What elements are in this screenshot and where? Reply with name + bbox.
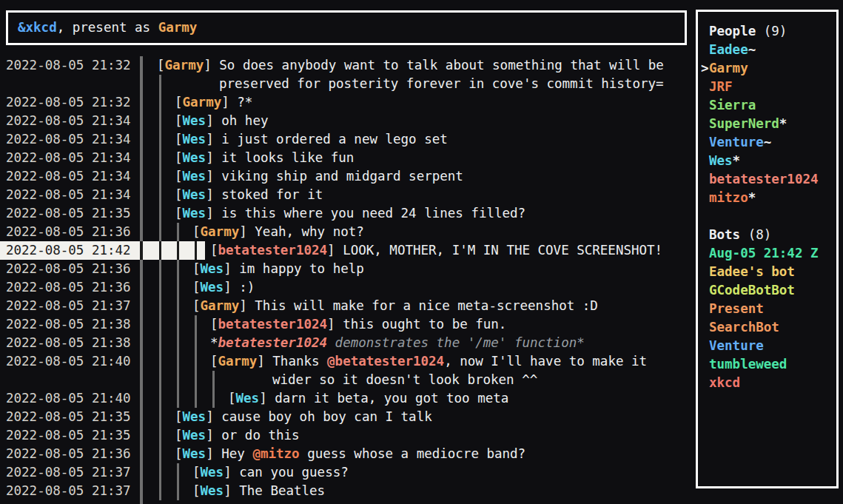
chat-row[interactable]: 2022-08-05 21:36[Wes] Hey @mitzo guess w… xyxy=(0,445,694,463)
bots-count: (8) xyxy=(748,227,772,242)
user-list-item[interactable]: Eadee~ xyxy=(709,41,836,59)
bracket-text: [ xyxy=(228,391,236,406)
nick: Wes xyxy=(183,187,206,202)
chat-row[interactable]: 2022-08-05 21:35[Wes] or do this xyxy=(0,426,694,445)
user-list-item[interactable]: Venture~ xyxy=(709,133,836,152)
chat-row[interactable]: 2022-08-05 21:40[Wes] darn it beta, you … xyxy=(0,389,694,408)
user-list-item[interactable]: tumbleweed xyxy=(709,355,836,374)
user-list-item[interactable]: GCodeBotBot xyxy=(709,281,836,300)
nick: Wes xyxy=(183,446,206,461)
bracket-text: [ xyxy=(192,465,201,480)
chat-row[interactable]: 2022-08-05 21:35[Wes] cause boy oh boy c… xyxy=(0,408,694,426)
chat-row[interactable]: wider so it doesn't look broken ^^ xyxy=(0,371,694,389)
thread-indent-bar xyxy=(177,260,179,278)
chat-row[interactable]: 2022-08-05 21:37[Garmy] This will make f… xyxy=(0,297,694,315)
message-continuation: wider so it doesn't look broken ^^ xyxy=(143,371,537,389)
bracket-text: ] xyxy=(259,391,275,406)
thread-indent-bar xyxy=(195,241,197,260)
message-text: This will make for a nice meta-screensho… xyxy=(255,298,598,313)
chat-row[interactable]: 2022-08-05 21:34[Wes] it looks like fun xyxy=(0,149,694,167)
message-body: [Wes] oh hey xyxy=(143,112,268,130)
thread-indent-bar xyxy=(159,297,161,315)
message-body: *betatester1024 demonstrates the '/me' f… xyxy=(143,334,585,352)
message-text: can you guess? xyxy=(239,465,349,480)
thread-indent-bar xyxy=(195,371,197,389)
nick: Wes xyxy=(201,261,224,276)
chat-row[interactable]: 2022-08-05 21:34[Wes] viking ship and mi… xyxy=(0,167,694,186)
chat-row[interactable]: 2022-08-05 21:38[betatester1024] this ou… xyxy=(0,315,694,334)
bracket-text: ] xyxy=(221,95,237,110)
bracket-text: [ xyxy=(192,280,201,295)
chat-row[interactable]: 2022-08-05 21:37[Wes] The Beatles xyxy=(0,482,694,500)
bracket-text: ] xyxy=(206,150,221,165)
thread-indent-bar xyxy=(159,315,161,334)
chat-row[interactable]: 2022-08-05 21:36[Wes] im happy to help xyxy=(0,260,694,278)
chat-row[interactable]: 2022-08-05 21:32[Garmy] So does anybody … xyxy=(0,56,694,75)
user-list-item[interactable]: SearchBot xyxy=(709,318,836,337)
chat-row[interactable]: 2022-08-05 21:40[Garmy] Thanks @betatest… xyxy=(0,352,694,371)
bracket-text: ] xyxy=(206,113,221,128)
nick: Garmy xyxy=(201,224,240,239)
chat-row[interactable]: 2022-08-05 21:36[Wes] :) xyxy=(0,278,694,297)
chat-row[interactable]: 2022-08-05 21:32[Garmy] ?* xyxy=(0,93,694,112)
thread-indent-bar xyxy=(159,408,161,426)
thread-indent-bar xyxy=(177,223,179,241)
message-text: , now I'll have to make it xyxy=(444,354,647,369)
bracket-text: ] xyxy=(206,132,221,147)
user-list-item[interactable]: JRF xyxy=(709,78,836,96)
user-list-item[interactable]: Wes* xyxy=(709,152,836,170)
bracket-text: ] xyxy=(224,261,239,276)
chat-row[interactable]: 2022-08-05 21:38*betatester1024 demonstr… xyxy=(0,334,694,352)
user-list-item[interactable]: mitzo* xyxy=(709,189,836,207)
thread-indent-bar xyxy=(177,278,179,297)
chat-row[interactable]: 2022-08-05 21:35[Wes] is this where you … xyxy=(0,204,694,223)
thread-indent-bar xyxy=(159,149,161,167)
thread-indent-bar xyxy=(177,315,179,334)
user-list-item[interactable]: Aug-05 21:42 Z xyxy=(709,244,836,263)
user-list-item[interactable]: xkcd xyxy=(709,374,836,392)
thread-indent-bar xyxy=(177,482,179,500)
thread-indent-bar xyxy=(159,426,161,445)
user-list-item[interactable]: betatester1024 xyxy=(709,170,836,189)
user-list-item[interactable]: >Garmy xyxy=(709,59,836,78)
user-list-item[interactable]: Venture xyxy=(709,337,836,355)
timestamp: 2022-08-05 21:32 xyxy=(6,56,131,75)
message-body: [Wes] can you guess? xyxy=(143,463,349,482)
message-body: [Wes] im happy to help xyxy=(143,260,364,278)
thread-indent-bar xyxy=(159,352,161,371)
channel-name: &xkcd xyxy=(18,19,57,37)
user-list-item[interactable]: Eadee's bot xyxy=(709,263,836,281)
user-list-item[interactable]: SuperNerd* xyxy=(709,115,836,133)
user-list-item[interactable]: Sierra xyxy=(709,96,836,115)
message-body: [Wes] viking ship and midgard serpent xyxy=(143,167,463,186)
chat-row[interactable]: preserved for posterity forever in cove'… xyxy=(0,75,694,93)
timestamp: 2022-08-05 21:35 xyxy=(6,408,131,426)
chat-row[interactable]: 2022-08-05 21:37[Wes] can you guess? xyxy=(0,463,694,482)
chat-row[interactable]: 2022-08-05 21:36[Garmy] Yeah, why not? xyxy=(0,223,694,241)
chat-row[interactable]: 2022-08-05 21:34[Wes] i just ordered a n… xyxy=(0,130,694,149)
user-name: SearchBot xyxy=(709,320,779,335)
message-body: [Garmy] Thanks @betatester1024, now I'll… xyxy=(143,352,647,371)
timestamp: 2022-08-05 21:32 xyxy=(6,93,131,112)
message-body: [Wes] cause boy oh boy can I talk xyxy=(143,408,432,426)
chat-row[interactable]: 2022-08-05 21:34[Wes] stoked for it xyxy=(0,186,694,204)
chat-row[interactable]: 2022-08-05 21:34[Wes] oh hey xyxy=(0,112,694,130)
message-text: ?* xyxy=(237,95,252,110)
user-name: Garmy xyxy=(709,61,748,75)
message-continuation: preserved for posterity forever in cove'… xyxy=(143,75,664,93)
nick: betatester1024 xyxy=(218,317,328,332)
bracket-text: ] xyxy=(206,187,221,202)
message-body: [Wes] stoked for it xyxy=(143,186,323,204)
thread-indent-bar xyxy=(177,297,179,315)
message-text: viking ship and midgard serpent xyxy=(221,169,463,184)
user-list-panel: People (9) Eadee~>GarmyJRFSierraSuperNer… xyxy=(696,10,839,488)
chat-row[interactable]: 2022-08-05 21:42[betatester1024] LOOK, M… xyxy=(0,241,694,260)
thread-indent-bar xyxy=(159,93,161,112)
user-name: JRF xyxy=(709,79,733,94)
thread-indent-bar xyxy=(159,445,161,463)
message-text: Hey xyxy=(221,446,252,461)
user-list-item[interactable]: Present xyxy=(709,300,836,318)
nick: Wes xyxy=(183,132,206,147)
nick: Wes xyxy=(201,465,224,480)
thread-indent-bar xyxy=(159,463,161,482)
